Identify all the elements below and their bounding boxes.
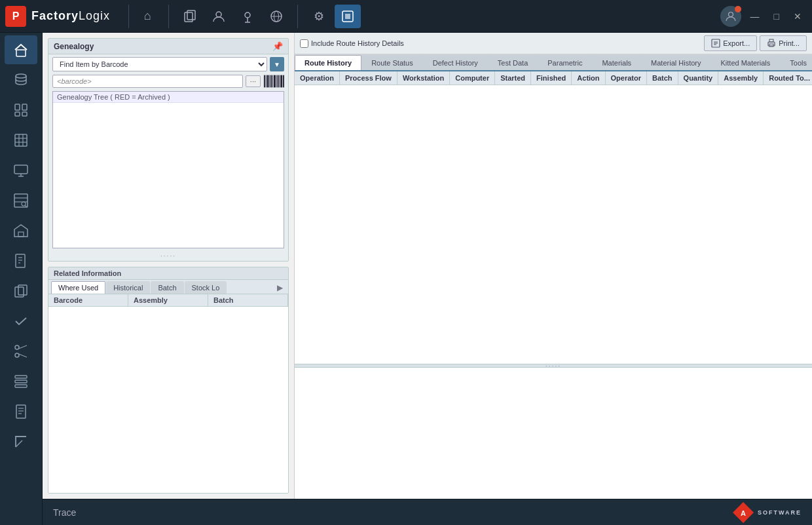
svg-rect-14 [15, 112, 20, 116]
route-table-container: Operation Process Flow Workstation Compu… [295, 71, 812, 364]
content-area: Genealogy 📌 Find Item by Barcode ▼ ··· [43, 33, 812, 525]
maximize-btn[interactable]: □ [769, 9, 784, 24]
nav-copy-btn[interactable] [177, 5, 203, 28]
titlebar-nav: ⌂ ⚙ [134, 5, 361, 28]
svg-rect-30 [16, 254, 25, 267]
export-print-row: Export... Print... [704, 35, 807, 51]
tab-defect-history[interactable]: Defect History [423, 55, 488, 70]
tab-kitted-materials[interactable]: Kitted Materials [710, 55, 780, 70]
col-operation: Operation [295, 71, 339, 85]
tab-test-data[interactable]: Test Data [488, 55, 538, 70]
col-process-flow: Process Flow [339, 71, 397, 85]
titlebar: P FactoryLogix ⌂ ⚙ — □ ✕ [0, 0, 812, 33]
sidebar-item-grid[interactable] [5, 126, 37, 155]
nav-gear-btn[interactable]: ⚙ [306, 5, 332, 28]
sidebar-item-search-grid[interactable] [5, 186, 37, 215]
route-history-table: Operation Process Flow Workstation Compu… [295, 71, 812, 85]
svg-rect-58 [283, 75, 284, 88]
col-batch: Batch [647, 71, 678, 85]
status-bar: Trace A SOFTWARE [43, 499, 812, 525]
svg-rect-21 [14, 165, 28, 174]
tab-route-status[interactable]: Route Status [361, 55, 423, 70]
genealogy-title: Genealogy [54, 42, 94, 51]
nav-globe-btn[interactable] [263, 5, 289, 28]
svg-point-2 [216, 12, 221, 17]
user-avatar[interactable] [720, 6, 741, 27]
tab-where-used[interactable]: Where Used [51, 281, 105, 294]
tab-route-history[interactable]: Route History [295, 55, 361, 70]
tab-historical[interactable]: Historical [106, 281, 150, 294]
svg-point-27 [22, 202, 26, 206]
nav-location-btn[interactable] [234, 5, 261, 28]
titlebar-right: — □ ✕ [720, 6, 807, 27]
svg-rect-56 [279, 75, 280, 88]
related-info-box: Related Information Where Used Historica… [48, 267, 289, 494]
svg-rect-53 [274, 75, 276, 88]
right-toolbar: Include Route History Details Export... … [295, 33, 812, 54]
sidebar-item-copy[interactable] [5, 277, 37, 305]
sidebar-item-scissors[interactable] [5, 337, 37, 366]
sidebar-item-scan[interactable] [5, 96, 37, 125]
include-history-row: Include Route History Details [300, 39, 404, 48]
sidebar-item-warehouse[interactable] [5, 216, 37, 245]
titlebar-separator [128, 5, 129, 28]
svg-rect-13 [22, 104, 27, 110]
sidebar-item-book[interactable] [5, 246, 37, 275]
svg-rect-49 [267, 75, 269, 88]
svg-rect-55 [278, 75, 279, 88]
genealogy-input-row: ··· [48, 74, 288, 91]
right-panel: Include Route History Details Export... … [295, 33, 812, 499]
aegis-software-label: SOFTWARE [758, 509, 802, 516]
svg-point-37 [15, 353, 19, 357]
close-btn[interactable]: ✕ [788, 9, 807, 24]
left-panel: Genealogy 📌 Find Item by Barcode ▼ ··· [43, 33, 295, 499]
status-label: Trace [53, 507, 76, 518]
tab-tools[interactable]: Tools [780, 55, 812, 70]
svg-rect-42 [15, 385, 27, 387]
sidebar-item-arrow[interactable] [5, 427, 37, 456]
barcode-input[interactable] [52, 75, 243, 88]
sep3 [297, 5, 298, 28]
tab-parametric[interactable]: Parametric [538, 55, 592, 70]
genealogy-tree-box: Genealogy Tree ( RED = Archived ) [52, 91, 284, 248]
svg-rect-41 [15, 380, 27, 383]
find-method-dropdown[interactable]: Find Item by Barcode [52, 57, 267, 71]
sidebar-item-home[interactable] [5, 35, 37, 64]
dropdown-arrow-btn[interactable]: ▼ [270, 57, 284, 71]
tab-materials[interactable]: Materials [592, 55, 641, 70]
main-layout: Genealogy 📌 Find Item by Barcode ▼ ··· [0, 33, 812, 525]
col-barcode: Barcode [48, 294, 128, 306]
minimize-btn[interactable]: — [745, 9, 765, 24]
nav-trace-btn[interactable] [335, 5, 361, 28]
barcode-dots-btn[interactable]: ··· [246, 75, 261, 87]
pin-icon[interactable]: 📌 [272, 41, 283, 51]
tab-material-history[interactable]: Material History [641, 55, 710, 70]
svg-line-39 [19, 354, 28, 357]
sidebar-item-list[interactable] [5, 367, 37, 396]
app-name: FactoryLogix [31, 9, 110, 23]
svg-rect-0 [185, 12, 193, 22]
barcode-icon[interactable] [263, 74, 284, 88]
print-btn[interactable]: Print... [760, 35, 807, 51]
genealogy-resize-handle[interactable]: ····· [48, 251, 288, 261]
col-assembly: Assembly [718, 71, 764, 85]
sidebar-item-data[interactable] [5, 66, 37, 94]
tab-stock-lo[interactable]: Stock Lo [185, 281, 227, 294]
include-history-checkbox[interactable] [300, 39, 308, 48]
col-assembly: Assembly [128, 294, 208, 306]
sidebar-item-doc[interactable] [5, 397, 37, 426]
genealogy-header: Genealogy 📌 [48, 39, 288, 54]
app-logo: P [5, 6, 26, 27]
nav-home-btn[interactable]: ⌂ [134, 5, 160, 28]
genealogy-box: Genealogy 📌 Find Item by Barcode ▼ ··· [48, 38, 289, 262]
nav-users-btn[interactable] [206, 5, 232, 28]
svg-rect-15 [22, 112, 27, 116]
col-computer: Computer [450, 71, 495, 85]
sidebar-item-monitor[interactable] [5, 156, 37, 185]
export-btn[interactable]: Export... [704, 35, 757, 51]
tab-batch[interactable]: Batch [151, 281, 183, 294]
related-tabs-arrow[interactable]: ▶ [274, 282, 286, 294]
svg-point-9 [728, 12, 733, 16]
svg-rect-8 [345, 14, 350, 19]
sidebar-item-check[interactable] [5, 307, 37, 336]
